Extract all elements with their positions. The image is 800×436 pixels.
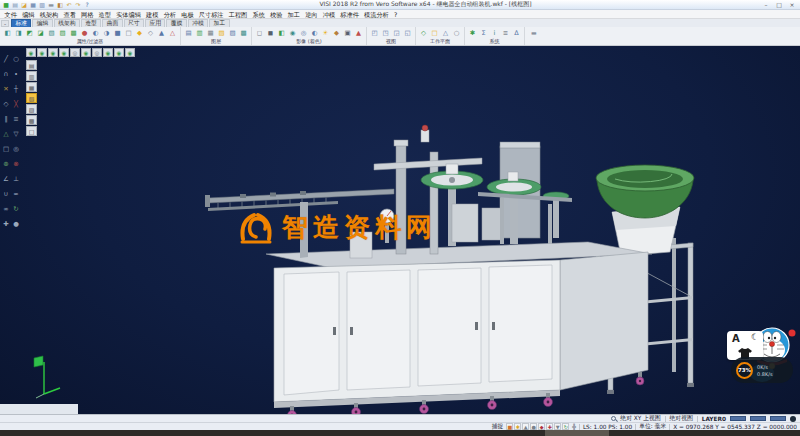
wp-yz-icon[interactable]: △ — [440, 28, 451, 38]
delete-tool-icon[interactable]: ╳ — [11, 99, 21, 114]
filter-solid-icon[interactable]: ▨ — [57, 28, 68, 38]
spline-tool-icon[interactable]: ≈ — [11, 189, 21, 204]
perpendicular-icon[interactable]: ⊥ — [11, 174, 21, 189]
select-mode-2-icon[interactable]: ▥ — [26, 71, 37, 81]
filter-mesh-icon[interactable]: ▩ — [68, 28, 79, 38]
render-icon[interactable]: ▲ — [353, 28, 364, 38]
point-tool-icon[interactable]: ∙ — [11, 69, 21, 84]
snap-grab-icon[interactable]: ✱ — [514, 423, 521, 430]
layer-chip-2[interactable] — [750, 416, 766, 421]
snap-mid-icon[interactable]: ▲ — [522, 423, 529, 430]
taskbar-active-app[interactable] — [545, 430, 609, 436]
menu-item[interactable]: 网格 — [78, 10, 96, 19]
vis-texts-icon[interactable]: ◉ — [81, 48, 91, 57]
vis-all-icon[interactable]: ◉ — [125, 48, 135, 57]
ribbon-tab[interactable]: 线架构 — [54, 19, 80, 27]
sys-info-icon[interactable]: i — [489, 28, 500, 38]
undo-icon[interactable]: ↶ — [65, 1, 73, 9]
vis-surfaces-icon[interactable]: ◉ — [48, 48, 58, 57]
sys-calculator-icon[interactable]: ✱ — [467, 28, 478, 38]
close-button[interactable]: × — [786, 1, 798, 9]
rectangle-tool-icon[interactable]: □ — [1, 144, 11, 159]
sys-database-icon[interactable]: Δ — [511, 28, 522, 38]
ribbon-tab[interactable]: 应用 — [145, 19, 165, 27]
polygon-tool-icon[interactable]: ◇ — [1, 99, 11, 114]
light-icon[interactable]: ☀ — [320, 28, 331, 38]
shaded-mode-icon[interactable]: ◧ — [276, 28, 287, 38]
sys-settings-icon[interactable]: ≡ — [500, 28, 511, 38]
3d-viewport[interactable]: 智造资料网 ◉◉◉◉◎◉◎◉◉◉ ▤▥▦▧▨▩□ ╱○∩∙✕┼◇╳∥≡△▽□◎⊕… — [0, 46, 800, 414]
ribbon-tab[interactable]: 冲模 — [188, 19, 208, 27]
layer-on-icon[interactable]: ▥ — [194, 28, 205, 38]
select-color-icon[interactable]: △ — [167, 28, 178, 38]
layer-chip-1[interactable] — [730, 416, 746, 421]
menu-item[interactable]: 电极 — [179, 10, 197, 19]
grid-tool-icon[interactable]: ┼ — [11, 84, 21, 99]
select-mode-5-icon[interactable]: ▨ — [26, 104, 37, 114]
angle-measure-icon[interactable]: ∠ — [1, 174, 11, 189]
vis-axes-icon[interactable]: ◎ — [92, 48, 102, 57]
view-right-icon[interactable]: ◱ — [402, 28, 413, 38]
snap-end-icon[interactable]: ● — [530, 423, 537, 430]
snap-quadrant-icon[interactable]: ▼ — [554, 423, 561, 430]
wp-xy-icon[interactable]: ◇ — [418, 28, 429, 38]
mask-all-icon[interactable]: ■ — [112, 28, 123, 38]
filter-circle-icon[interactable]: ◪ — [35, 28, 46, 38]
menu-item[interactable]: 分析 — [161, 10, 179, 19]
line-tool-icon[interactable]: ╱ — [1, 54, 11, 69]
loop-tool-icon[interactable]: ∞ — [1, 204, 11, 219]
perspective-icon[interactable]: ◐ — [309, 28, 320, 38]
app-logo-icon[interactable]: ■ — [2, 1, 10, 9]
magnifier-icon[interactable] — [611, 416, 616, 421]
menu-item[interactable]: 模流分析 — [361, 10, 391, 19]
toolbar-collapse-button[interactable]: - — [1, 20, 9, 27]
wp-3pt-icon[interactable]: ○ — [451, 28, 462, 38]
boolean-subtract-icon[interactable]: ⊗ — [11, 159, 21, 174]
ribbon-tab[interactable]: 尺寸 — [124, 19, 144, 27]
attr-color-icon[interactable]: ● — [79, 28, 90, 38]
wp-xz-icon[interactable]: □ — [429, 28, 440, 38]
filter-line-icon[interactable]: ◨ — [13, 28, 24, 38]
ribbon-tab[interactable]: 编辑 — [32, 19, 52, 27]
menu-item[interactable]: 逆向 — [303, 10, 321, 19]
menu-item[interactable]: 实体编辑 — [114, 10, 144, 19]
open-file-icon[interactable]: ◪ — [20, 1, 28, 9]
menu-item[interactable]: 加工 — [285, 10, 303, 19]
filter-point-icon[interactable]: ◧ — [2, 28, 13, 38]
menu-item[interactable]: 文件 — [2, 10, 20, 19]
snap-free-icon[interactable]: ■ — [506, 423, 513, 430]
vis-solids-icon[interactable]: ◉ — [59, 48, 69, 57]
render-point-icon[interactable]: ● — [11, 219, 21, 234]
print-icon[interactable]: ▬ — [47, 1, 55, 9]
ribbon-tab[interactable]: 造型 — [81, 19, 101, 27]
menu-item[interactable]: 工程图 — [226, 10, 250, 19]
triangle-tool-icon[interactable]: △ — [1, 129, 11, 144]
ribbon-tab[interactable]: 加工 — [209, 19, 229, 27]
menu-item[interactable]: 标准件 — [338, 10, 362, 19]
save-all-icon[interactable]: ▥ — [38, 1, 46, 9]
select-mode-3-icon[interactable]: ▦ — [26, 82, 37, 92]
view-front-icon[interactable]: ◲ — [391, 28, 402, 38]
menu-item[interactable]: 冲模 — [320, 10, 338, 19]
background-icon[interactable]: ▣ — [342, 28, 353, 38]
snap-tangent-icon[interactable]: ↻ — [562, 423, 569, 430]
select-mode-4-icon[interactable]: ▧ — [26, 93, 37, 103]
list-tool-icon[interactable]: ≡ — [11, 114, 21, 129]
mirror-tool-icon[interactable]: ▽ — [11, 129, 21, 144]
layer-list-icon[interactable]: ▨ — [227, 28, 238, 38]
material-icon[interactable]: ◆ — [331, 28, 342, 38]
arc-tool-icon[interactable]: ∩ — [1, 69, 11, 84]
menu-item[interactable]: 系统 — [250, 10, 268, 19]
view-indicator[interactable]: 绝对视图 — [670, 414, 693, 423]
boolean-add-icon[interactable]: ⊕ — [1, 159, 11, 174]
menu-item[interactable]: 线架构 — [37, 10, 61, 19]
create-tool-icon[interactable]: ✚ — [1, 219, 11, 234]
vis-points-icon[interactable]: ◉ — [26, 48, 36, 57]
shaded-edges-icon[interactable]: ◉ — [287, 28, 298, 38]
snap-center-icon[interactable]: ◆ — [538, 423, 545, 430]
new-file-icon[interactable]: ▤ — [11, 1, 19, 9]
select-mode-6-icon[interactable]: ▩ — [26, 115, 37, 125]
active-layer[interactable]: LAYER0 — [702, 416, 726, 422]
offset-tool-icon[interactable]: ∥ — [1, 114, 11, 129]
filter-arc-icon[interactable]: ◩ — [24, 28, 35, 38]
